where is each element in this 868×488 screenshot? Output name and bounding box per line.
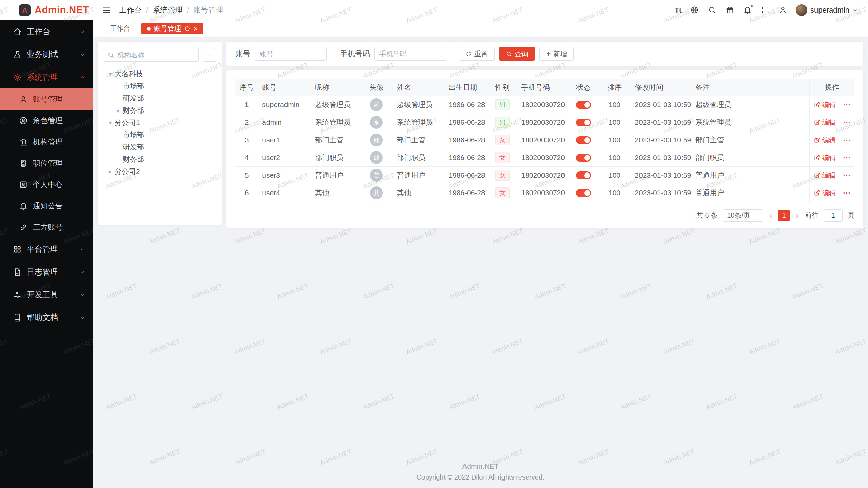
font-size-icon[interactable]: Tt xyxy=(675,5,682,15)
page-number-button[interactable]: 1 xyxy=(778,210,790,221)
gender-badge: 女 xyxy=(495,170,510,181)
sidebar-item-workbench[interactable]: 工作台 xyxy=(0,20,93,43)
cell-remark: 普通用户 xyxy=(691,166,809,184)
phone-input[interactable] xyxy=(374,47,446,61)
breadcrumb-item[interactable]: 系统管理 xyxy=(153,5,182,15)
status-toggle[interactable] xyxy=(576,171,591,179)
caret-expanded-icon[interactable]: ▾ xyxy=(106,120,115,126)
column-header: 昵称 xyxy=(311,79,360,96)
chevron-up-icon xyxy=(79,74,85,80)
toggle-knob xyxy=(584,120,590,125)
table-row: 1 superadmin 超级管理员 超 超级管理员 1986-06-28 男 … xyxy=(235,96,854,114)
cell-remark: 普通用户 xyxy=(691,184,809,202)
status-toggle[interactable] xyxy=(576,119,591,126)
add-button[interactable]: + 新增 xyxy=(539,47,574,61)
account-input[interactable] xyxy=(255,47,327,61)
sidebar-item-log-management[interactable]: 日志管理 xyxy=(0,261,93,283)
sidebar-item-business-test[interactable]: 业务测试 xyxy=(0,43,93,66)
user-avatar[interactable] xyxy=(796,4,807,16)
more-actions-button[interactable]: ··· xyxy=(843,189,851,197)
status-toggle[interactable] xyxy=(576,154,591,162)
sidebar-item-personal-center[interactable]: 个人中心 xyxy=(0,174,93,195)
accounts-table: 序号 账号 昵称 头像 姓名 出生日期 性别 手机号码 状态 排序 修改时间 xyxy=(235,79,854,202)
sidebar-item-label: 账号管理 xyxy=(33,94,85,104)
tree-node[interactable]: ▸ 分公司2 xyxy=(103,165,216,178)
sidebar-item-position-management[interactable]: 职位管理 xyxy=(0,152,93,174)
column-header: 姓名 xyxy=(393,79,445,96)
fullscreen-icon[interactable] xyxy=(761,5,770,15)
caret-collapsed-icon[interactable]: ▸ xyxy=(114,107,123,114)
sidebar-item-system-management[interactable]: 系统管理 xyxy=(0,66,93,88)
edit-button[interactable]: 编辑 xyxy=(814,136,836,145)
more-actions-button[interactable]: ··· xyxy=(843,101,851,108)
username: superadmin xyxy=(810,6,849,15)
cell-name: 其他 xyxy=(393,184,445,202)
cell-birth: 1986-06-28 xyxy=(445,96,488,114)
app-logo[interactable]: A Admin.NET xyxy=(0,0,93,20)
tree-node[interactable]: 财务部 xyxy=(103,153,216,165)
tree-more-button[interactable]: ··· xyxy=(203,48,216,62)
status-toggle[interactable] xyxy=(576,101,591,109)
role-icon xyxy=(19,116,28,125)
sidebar-item-account-management[interactable]: 账号管理 xyxy=(0,88,93,110)
edit-button[interactable]: 编辑 xyxy=(814,171,836,180)
toggle-knob xyxy=(584,155,590,161)
tab-account-management[interactable]: 账号管理 × xyxy=(141,23,203,34)
breadcrumb: 工作台 / 系统管理 / 账号管理 xyxy=(119,5,223,15)
menu-collapse-icon[interactable] xyxy=(102,5,111,15)
cell-status xyxy=(568,149,598,166)
sidebar-item-dev-tools[interactable]: 开发工具 xyxy=(0,283,93,306)
page-size-select[interactable]: 10条/页 xyxy=(723,209,763,222)
prev-page-button[interactable]: ‹ xyxy=(768,211,773,220)
org-tree: ▾ 大名科技 市场部 研发部 ▸ 财务部 xyxy=(103,68,216,178)
status-toggle[interactable] xyxy=(576,189,591,197)
tab-close-icon[interactable]: × xyxy=(194,25,198,32)
search-icon[interactable] xyxy=(708,5,717,15)
cell-no: 4 xyxy=(235,149,258,166)
tree-node[interactable]: 研发部 xyxy=(103,141,216,153)
sidebar-item-platform-management[interactable]: 平台管理 xyxy=(0,238,93,261)
edit-button[interactable]: 编辑 xyxy=(814,118,836,127)
caret-collapsed-icon[interactable]: ▸ xyxy=(106,168,115,175)
edit-label: 编辑 xyxy=(822,136,836,145)
cell-gender: 女 xyxy=(488,149,517,166)
table-row: 4 user2 部门职员 部 部门职员 1986-06-28 女 1802003… xyxy=(235,149,854,166)
gift-icon[interactable] xyxy=(725,5,734,15)
search-button[interactable]: 查询 xyxy=(499,47,535,61)
goto-page-input[interactable] xyxy=(824,209,843,222)
sidebar-item-help-docs[interactable]: 帮助文档 xyxy=(0,306,93,329)
user-menu[interactable]: superadmin xyxy=(796,4,858,16)
tree-node[interactable]: 市场部 xyxy=(103,80,216,92)
notification-bell-icon[interactable] xyxy=(743,5,752,15)
tree-node[interactable]: ▾ 大名科技 xyxy=(103,68,216,80)
cell-nickname: 部门职员 xyxy=(311,149,360,166)
more-actions-button[interactable]: ··· xyxy=(843,119,851,126)
caret-expanded-icon[interactable]: ▾ xyxy=(106,71,115,77)
breadcrumb-item[interactable]: 工作台 xyxy=(119,5,142,15)
edit-button[interactable]: 编辑 xyxy=(814,188,836,198)
tab-refresh-icon[interactable] xyxy=(184,26,190,32)
more-actions-button[interactable]: ··· xyxy=(843,171,851,179)
org-search-input[interactable] xyxy=(117,51,194,59)
sidebar-item-notice-announcement[interactable]: 通知公告 xyxy=(0,195,93,217)
user-icon[interactable] xyxy=(778,5,787,15)
tree-node[interactable]: ▸ 财务部 xyxy=(103,104,216,117)
sidebar-item-third-party-account[interactable]: 三方账号 xyxy=(0,217,93,238)
sidebar-item-org-management[interactable]: 机构管理 xyxy=(0,131,93,152)
more-actions-button[interactable]: ··· xyxy=(843,136,851,144)
reset-button[interactable]: 重置 xyxy=(459,47,495,61)
next-page-button[interactable]: › xyxy=(795,211,800,220)
status-toggle[interactable] xyxy=(576,136,591,144)
tree-node[interactable]: 市场部 xyxy=(103,129,216,141)
sidebar-item-role-management[interactable]: 角色管理 xyxy=(0,110,93,131)
cell-phone: 18020030720 xyxy=(517,131,568,149)
more-actions-button[interactable]: ··· xyxy=(843,154,851,161)
edit-button[interactable]: 编辑 xyxy=(814,153,836,162)
tab-workbench[interactable]: 工作台 xyxy=(104,23,136,34)
edit-button[interactable]: 编辑 xyxy=(814,100,836,109)
tree-node[interactable]: 研发部 xyxy=(103,92,216,104)
cell-birth: 1986-06-28 xyxy=(445,114,488,131)
tree-node[interactable]: ▾ 分公司1 xyxy=(103,117,216,129)
globe-icon[interactable] xyxy=(690,5,699,15)
add-label: 新增 xyxy=(553,49,567,59)
